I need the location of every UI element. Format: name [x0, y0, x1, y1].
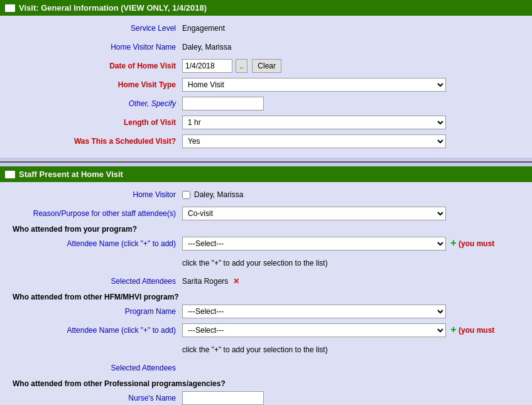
section-divider — [0, 161, 532, 163]
attendee2-note-row: click the "+" to add your selection to t… — [6, 342, 526, 357]
nurses-name-row: Nurse's Name — [6, 391, 526, 405]
scheduled-label: Was This a Scheduled Visit? — [6, 137, 182, 146]
attendee2-name-row: Attendee Name (click "+" to add) ---Sele… — [6, 323, 526, 338]
you-must-text2: (you must — [459, 326, 494, 335]
selected-attendees2-row: Selected Attendees — [6, 360, 526, 375]
envelope-icon — [5, 4, 15, 12]
date-label: Date of Home Visit — [6, 62, 182, 70]
selected-attendees2-label: Selected Attendees — [6, 364, 182, 372]
scheduled-col: Yes No — [182, 134, 526, 148]
envelope2-icon — [5, 171, 15, 178]
section2-header: Staff Present at Home Visit — [0, 166, 532, 182]
section2-body: Home Visitor Daley, Marissa Reason/Purpo… — [0, 182, 532, 405]
other-specify-col — [182, 97, 526, 111]
attendee2-name-label: Attendee Name (click "+" to add) — [6, 326, 182, 335]
service-level-value: Engagement — [182, 24, 526, 33]
remove-attendee-button[interactable]: ✕ — [233, 277, 239, 286]
length-select[interactable]: 1 hr 30 min 2 hr — [182, 116, 446, 129]
add-attendee-button[interactable]: + — [450, 237, 456, 248]
home-visit-type-row: Home Visit Type Home Visit Other — [6, 77, 526, 92]
length-col: 1 hr 30 min 2 hr — [182, 116, 526, 129]
section1-body: Service Level Engagement Home Visitor Na… — [0, 16, 532, 158]
selected-attendees-label: Selected Attendees — [6, 277, 182, 286]
home-visitor-check-col: Daley, Marissa — [182, 190, 526, 199]
home-visitor-label: Home Visitor Name — [6, 43, 182, 51]
attendee-select[interactable]: ---Select--- — [182, 237, 446, 251]
question1-row: Who attended from your program? — [6, 225, 526, 234]
home-visit-type-col: Home Visit Other — [182, 78, 526, 92]
other-specify-row: Other, Specify — [6, 96, 526, 111]
question3-row: Who attended from other Professional pro… — [6, 379, 526, 388]
attendee-note: click the "+" to add your selection to t… — [182, 259, 526, 267]
selected-attendees-row: Selected Attendees Sarita Rogers ✕ — [6, 274, 526, 289]
home-visitor-value: Daley, Marissa — [182, 43, 526, 51]
attendee2-name-col: ---Select--- + (you must — [182, 323, 526, 337]
nurses-name-label: Nurse's Name — [6, 394, 182, 402]
attendee2-select[interactable]: ---Select--- — [182, 323, 446, 337]
attendee-note-row: click the "+" to add your selection to t… — [6, 255, 526, 270]
program-name-col: ---Select--- — [182, 305, 526, 318]
home-visit-type-select[interactable]: Home Visit Other — [182, 78, 446, 92]
you-must-text: (you must — [459, 239, 494, 248]
date-row: Date of Home Visit .. Clear — [6, 58, 526, 73]
attendee2-note: click the "+" to add your selection to t… — [182, 345, 526, 354]
home-visitor-checkbox[interactable] — [182, 191, 190, 199]
date-picker-button[interactable]: .. — [236, 59, 247, 73]
length-row: Length of Visit 1 hr 30 min 2 hr — [6, 115, 526, 130]
attendee-name-row: Attendee Name (click "+" to add) ---Sele… — [6, 236, 526, 251]
question1: Who attended from your program? — [13, 225, 526, 234]
home-visitor-row: Home Visitor Name Daley, Marissa — [6, 40, 526, 55]
attendee-name-col: ---Select--- + (you must — [182, 237, 526, 251]
question3: Who attended from other Professional pro… — [13, 379, 526, 388]
program-select[interactable]: ---Select--- — [182, 305, 446, 318]
service-level-label: Service Level — [6, 24, 182, 33]
reason-label: Reason/Purpose for other staff attendee(… — [6, 209, 182, 218]
reason-col: Co-visit Observation Supervision — [182, 207, 526, 220]
reason-row: Reason/Purpose for other staff attendee(… — [6, 206, 526, 221]
other-specify-label: Other, Specify — [6, 99, 182, 108]
home-visitor-check-label: Home Visitor — [6, 190, 182, 199]
section2-title: Staff Present at Home Visit — [19, 170, 123, 179]
date-input[interactable] — [182, 59, 232, 73]
length-label: Length of Visit — [6, 118, 182, 127]
home-visitor-check-row: Home Visitor Daley, Marissa — [6, 187, 526, 202]
question2: Who attended from other HFM/MHVI program… — [13, 293, 526, 301]
other-specify-input[interactable] — [182, 97, 264, 111]
service-level-row: Service Level Engagement — [6, 21, 526, 36]
home-visitor-checkbox-group: Daley, Marissa — [182, 190, 526, 199]
add-attendee2-button[interactable]: + — [450, 324, 456, 335]
reason-select[interactable]: Co-visit Observation Supervision — [182, 207, 446, 220]
scheduled-select[interactable]: Yes No — [182, 134, 446, 148]
selected-attendee-name: Sarita Rogers — [182, 277, 228, 286]
home-visit-type-label: Home Visit Type — [6, 80, 182, 89]
question2-row: Who attended from other HFM/MHVI program… — [6, 293, 526, 301]
attendee-name-label: Attendee Name (click "+" to add) — [6, 239, 182, 248]
date-value-col: .. Clear — [182, 59, 526, 73]
program-name-row: Program Name ---Select--- — [6, 304, 526, 319]
nurses-name-col — [182, 391, 526, 405]
clear-date-button[interactable]: Clear — [252, 59, 281, 73]
section1-header: Visit: General Information (VIEW ONLY, 1… — [0, 0, 532, 16]
scheduled-row: Was This a Scheduled Visit? Yes No — [6, 134, 526, 149]
nurses-name-input[interactable] — [182, 391, 264, 405]
home-visitor-name: Daley, Marissa — [194, 190, 243, 199]
section1-title: Visit: General Information (VIEW ONLY, 1… — [19, 3, 207, 13]
selected-attendees-col: Sarita Rogers ✕ — [182, 277, 526, 286]
program-name-label: Program Name — [6, 307, 182, 316]
